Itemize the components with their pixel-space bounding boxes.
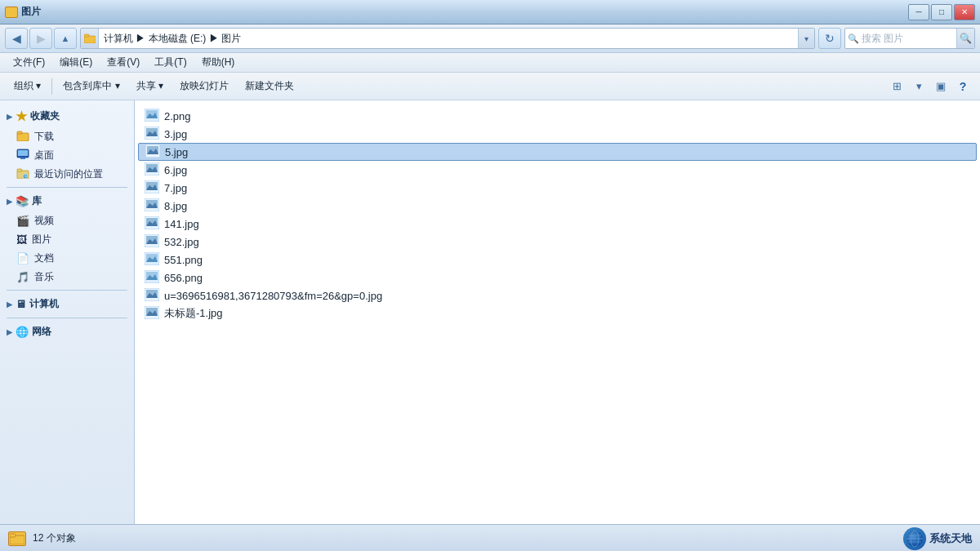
file-icon-jpg bbox=[145, 180, 159, 196]
svg-rect-1 bbox=[84, 34, 89, 37]
svg-rect-3 bbox=[17, 131, 22, 134]
titlebar: 图片 ─ □ ✕ bbox=[0, 0, 980, 24]
computer-label: 计算机 bbox=[29, 297, 59, 311]
search-input[interactable]: 搜索 图片 bbox=[862, 28, 956, 49]
favorites-expand-icon: ▶ bbox=[7, 113, 12, 121]
file-name: 7.jpg bbox=[164, 182, 187, 194]
slideshow-button[interactable]: 放映幻灯片 bbox=[172, 76, 236, 97]
file-item-f12[interactable]: 未标题-1.jpg bbox=[138, 304, 977, 322]
refresh-button[interactable]: ↻ bbox=[818, 28, 841, 49]
file-item-f1[interactable]: 2.png bbox=[138, 107, 977, 125]
file-item-f5[interactable]: 7.jpg bbox=[138, 179, 977, 197]
file-list: 2.png3.jpg5.jpg6.jpg7.jpg8.jpg141.jpg532… bbox=[135, 100, 980, 524]
download-icon bbox=[16, 130, 29, 144]
file-name: 8.jpg bbox=[164, 200, 187, 212]
sidebar-library-header[interactable]: ▶ 📚 库 bbox=[0, 191, 134, 211]
titlebar-controls: ─ □ ✕ bbox=[908, 4, 975, 20]
menu-help[interactable]: 帮助(H) bbox=[195, 54, 242, 71]
watermark-text: 系统天地 bbox=[929, 531, 972, 546]
sidebar-item-pictures[interactable]: 🖼 图片 bbox=[0, 230, 134, 249]
sidebar-item-desktop[interactable]: 桌面 bbox=[0, 146, 134, 165]
help-button[interactable]: ? bbox=[952, 76, 973, 97]
commandbar: 组织 ▾ 包含到库中 ▾ 共享 ▾ 放映幻灯片 新建文件夹 ⊞ ▾ ▣ ? bbox=[0, 73, 980, 100]
statusbar: 12 个对象 系统天地 bbox=[0, 524, 980, 551]
file-item-f11[interactable]: u=3696516981,3671280793&fm=26&gp=0.jpg bbox=[138, 287, 977, 304]
file-name: u=3696516981,3671280793&fm=26&gp=0.jpg bbox=[164, 290, 382, 302]
search-go-button[interactable]: 🔍 bbox=[956, 29, 974, 48]
close-button[interactable]: ✕ bbox=[954, 4, 975, 20]
video-icon: 🎬 bbox=[16, 215, 29, 227]
titlebar-title: 图片 bbox=[21, 5, 41, 19]
file-item-f8[interactable]: 532.jpg bbox=[138, 233, 977, 251]
titlebar-left: 图片 bbox=[5, 5, 41, 19]
menubar: 文件(F) 编辑(E) 查看(V) 工具(T) 帮助(H) bbox=[0, 53, 980, 73]
search-container[interactable]: 🔍 搜索 图片 🔍 bbox=[844, 28, 975, 49]
address-bar: ◀ ▶ ▲ 计算机 ▶ 本地磁盘 (E:) ▶ 图片 ▾ ↻ 🔍 搜索 图片 🔍 bbox=[0, 24, 980, 52]
svg-rect-7 bbox=[18, 150, 28, 156]
menu-edit[interactable]: 编辑(E) bbox=[53, 54, 99, 71]
library-expand-icon: ▶ bbox=[7, 198, 12, 206]
file-item-f9[interactable]: 551.png bbox=[138, 251, 977, 269]
sidebar-item-video[interactable]: 🎬 视频 bbox=[0, 211, 134, 230]
menu-view[interactable]: 查看(V) bbox=[100, 54, 146, 71]
preview-pane-button[interactable]: ▣ bbox=[930, 76, 951, 97]
titlebar-folder-icon bbox=[5, 7, 18, 18]
file-name: 141.jpg bbox=[164, 218, 199, 230]
status-folder-icon bbox=[8, 531, 26, 546]
back-button[interactable]: ◀ bbox=[5, 28, 28, 49]
file-icon-jpg bbox=[145, 234, 159, 250]
menu-tools[interactable]: 工具(T) bbox=[148, 54, 193, 71]
library-label: 库 bbox=[32, 194, 42, 208]
file-item-f7[interactable]: 141.jpg bbox=[138, 215, 977, 233]
sidebar-section-library: ▶ 📚 库 🎬 视频 🖼 图片 📄 文档 🎵 音乐 bbox=[0, 191, 134, 287]
maximize-button[interactable]: □ bbox=[931, 4, 952, 20]
search-icon: 🔍 bbox=[845, 29, 862, 48]
file-name: 6.jpg bbox=[164, 164, 187, 176]
file-icon-jpg bbox=[145, 127, 159, 142]
svg-rect-5 bbox=[17, 156, 29, 158]
forward-button[interactable]: ▶ bbox=[29, 28, 52, 49]
file-icon-jpg bbox=[145, 162, 159, 178]
sidebar: ▶ ★ 收藏夹 下载 bbox=[0, 100, 135, 524]
computer-icon: 🖥 bbox=[16, 298, 26, 310]
sidebar-item-documents[interactable]: 📄 文档 bbox=[0, 249, 134, 268]
sidebar-item-documents-label: 文档 bbox=[34, 251, 54, 265]
svg-rect-50 bbox=[10, 534, 16, 537]
sidebar-computer-header[interactable]: ▶ 🖥 计算机 bbox=[0, 294, 134, 314]
address-input-container[interactable]: 计算机 ▶ 本地磁盘 (E:) ▶ 图片 ▾ bbox=[80, 28, 815, 49]
file-item-f4[interactable]: 6.jpg bbox=[138, 161, 977, 179]
sidebar-item-recent[interactable]: 最近访问的位置 bbox=[0, 165, 134, 184]
minimize-button[interactable]: ─ bbox=[908, 4, 929, 20]
address-dropdown-button[interactable]: ▾ bbox=[798, 29, 814, 48]
new-folder-button[interactable]: 新建文件夹 bbox=[238, 76, 301, 97]
sidebar-section-computer: ▶ 🖥 计算机 bbox=[0, 294, 134, 314]
svg-rect-2 bbox=[17, 133, 29, 141]
sidebar-network-header[interactable]: ▶ 🌐 网络 bbox=[0, 322, 134, 342]
network-label: 网络 bbox=[32, 325, 51, 339]
file-items-container: 2.png3.jpg5.jpg6.jpg7.jpg8.jpg141.jpg532… bbox=[138, 107, 977, 322]
view-dropdown-button[interactable]: ▾ bbox=[908, 76, 929, 97]
sidebar-item-download[interactable]: 下载 bbox=[0, 127, 134, 146]
documents-icon: 📄 bbox=[16, 252, 29, 264]
nav-buttons: ◀ ▶ ▲ bbox=[5, 28, 77, 49]
sidebar-favorites-header[interactable]: ▶ ★ 收藏夹 bbox=[0, 105, 134, 127]
file-name: 3.jpg bbox=[164, 128, 187, 140]
sidebar-item-music[interactable]: 🎵 音乐 bbox=[0, 268, 134, 287]
sidebar-item-pictures-label: 图片 bbox=[32, 233, 51, 247]
file-item-f3[interactable]: 5.jpg bbox=[138, 143, 977, 161]
file-item-f10[interactable]: 656.png bbox=[138, 269, 977, 287]
up-button[interactable]: ▲ bbox=[54, 28, 77, 49]
menu-file[interactable]: 文件(F) bbox=[7, 54, 51, 71]
cmd-separator-1 bbox=[51, 78, 52, 95]
status-count-text: 12 个对象 bbox=[33, 531, 76, 545]
toolbar-area: ◀ ▶ ▲ 计算机 ▶ 本地磁盘 (E:) ▶ 图片 ▾ ↻ 🔍 搜索 图片 🔍 bbox=[0, 24, 980, 53]
organize-button[interactable]: 组织 ▾ bbox=[7, 76, 48, 97]
share-button[interactable]: 共享 ▾ bbox=[129, 76, 171, 97]
file-name: 5.jpg bbox=[165, 146, 188, 158]
sidebar-item-video-label: 视频 bbox=[34, 214, 54, 228]
include-library-button[interactable]: 包含到库中 ▾ bbox=[56, 76, 127, 97]
file-item-f2[interactable]: 3.jpg bbox=[138, 125, 977, 143]
file-item-f6[interactable]: 8.jpg bbox=[138, 197, 977, 215]
view-list-button[interactable]: ⊞ bbox=[886, 76, 907, 97]
file-name: 2.png bbox=[164, 110, 191, 122]
